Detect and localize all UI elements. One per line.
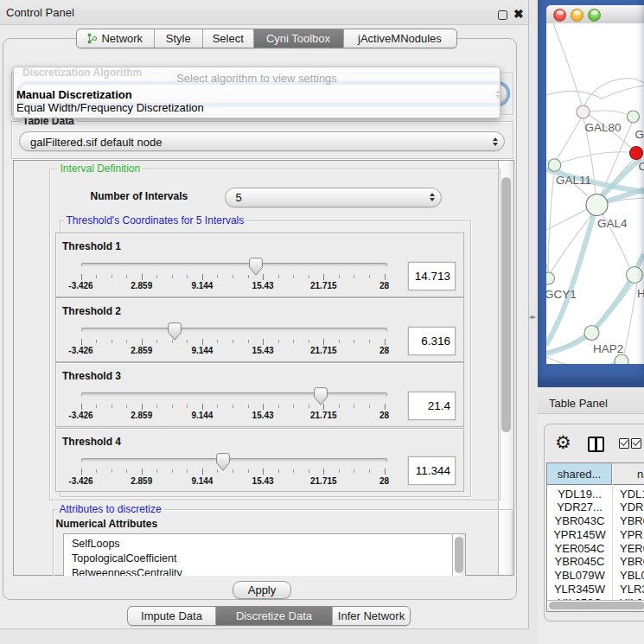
gear-icon[interactable]: ⚙ — [555, 432, 571, 453]
table-cell-name[interactable]: YLR3 — [620, 583, 644, 596]
table-data-combobox-value: galFiltered.sif default node — [30, 135, 162, 148]
table-cell-shared-name[interactable]: YPR145W — [547, 528, 612, 541]
table-header-row: shared... na — [547, 463, 644, 485]
table-cell-shared-name[interactable]: YBL079W — [547, 569, 612, 582]
slider-track[interactable] — [81, 458, 387, 462]
slider-thumb[interactable] — [249, 258, 263, 276]
slider-tick — [81, 404, 82, 410]
network-window-frame — [538, 0, 644, 387]
slider-track[interactable] — [81, 328, 387, 332]
table-cell-name[interactable]: YBR0 — [620, 514, 644, 527]
tab-network[interactable]: Network — [77, 29, 155, 48]
table-cell-name[interactable]: YDL1 — [620, 488, 644, 501]
slider-tick — [217, 275, 218, 278]
slider-tick-label: 2.859 — [123, 476, 161, 486]
algorithm-dropdown-popup: Select algorithm to view settingsManual … — [13, 67, 501, 118]
slider-tick — [323, 339, 324, 345]
number-of-intervals-combobox[interactable]: 5 — [225, 188, 442, 207]
control-panel-window: Control Panel ✖ NetworkStyleSelectCyni T… — [0, 0, 529, 629]
attribute-list-item[interactable]: TopologicalCoefficient — [72, 552, 176, 564]
control-panel-titlebar[interactable]: Control Panel ✖ — [0, 0, 528, 25]
slider-tick — [278, 275, 279, 278]
control-panel-title: Control Panel — [6, 6, 74, 19]
slider-thumb[interactable] — [216, 453, 230, 471]
threshold-row: Threshold 3-3.4262.8599.14415.4321.71528 — [55, 362, 464, 427]
checkbox-icon[interactable] — [619, 438, 629, 449]
list-scrollbar-thumb[interactable] — [455, 537, 463, 573]
table-cell-shared-name[interactable]: YDR27... — [547, 501, 612, 513]
table-cell-name[interactable]: YDR2 — [620, 501, 644, 513]
algorithm-popup-item[interactable]: Manual Discretization — [16, 88, 132, 101]
table-cell-shared-name[interactable]: YLR345W — [547, 583, 612, 596]
float-window-icon[interactable] — [498, 10, 507, 20]
table-data-combobox[interactable]: galFiltered.sif default node — [19, 131, 505, 151]
combobox-arrows-icon — [430, 193, 435, 201]
numerical-attributes-label: Numerical Attributes — [56, 518, 158, 530]
threshold-value-field[interactable] — [408, 327, 456, 355]
slider-track[interactable] — [81, 263, 387, 267]
splitter-grip-icon[interactable]: ◂▸ — [529, 313, 536, 321]
slider-thumb[interactable] — [314, 387, 328, 405]
attribute-list-item[interactable]: SelfLoops — [72, 538, 120, 550]
slider-tick — [156, 340, 157, 343]
tab-label: Impute Data — [141, 609, 202, 622]
attribute-list-item[interactable]: BetweennessCentrality — [72, 567, 182, 576]
slider-tick-label: 21.715 — [304, 476, 342, 486]
slider-tick — [81, 274, 82, 280]
table-cell-shared-name[interactable]: YDL19... — [547, 488, 612, 501]
table-header-name[interactable]: na — [613, 463, 644, 484]
tab-discretize-data[interactable]: Discretize Data — [216, 607, 333, 625]
threshold-label: Threshold 2 — [62, 305, 121, 317]
table-cell-name[interactable]: YER0 — [620, 542, 644, 555]
slider-tick-label: 28 — [366, 346, 404, 355]
slider-thumb[interactable] — [168, 322, 182, 341]
slider-tick — [233, 469, 233, 473]
slider-tick — [96, 340, 97, 343]
tab-jactivemnodules[interactable]: jActiveMNodules — [344, 29, 456, 48]
table-cell-shared-name[interactable]: YBR043C — [547, 514, 612, 527]
cyni-bottom-tabbar: Impute DataDiscretize DataInfer Network — [127, 606, 411, 626]
node-attribute-table[interactable]: shared... na YDL19...YDL1YDR27...YDR2YBR… — [546, 462, 644, 612]
tab-select[interactable]: Select — [203, 29, 254, 48]
slider-tick — [369, 340, 370, 343]
tab-label: Infer Network — [338, 609, 405, 622]
slider-tick — [96, 405, 97, 408]
control-panel-tabbar: NetworkStyleSelectCyni ToolboxjActiveMNo… — [76, 29, 457, 48]
algorithm-popup-item[interactable]: Equal Width/Frequency Discretization — [16, 101, 204, 114]
table-cell-name[interactable]: YBR0 — [620, 555, 644, 568]
slider-track[interactable] — [81, 392, 387, 397]
close-icon[interactable]: ✖ — [513, 7, 524, 21]
threshold-value-field[interactable] — [408, 262, 456, 290]
algorithm-popup-prompt[interactable]: Select algorithm to view settings — [14, 72, 500, 85]
table-cell-name[interactable]: YPR1 — [620, 528, 644, 541]
table-cell-shared-name[interactable]: YER054C — [547, 542, 612, 555]
threshold-row: Threshold 1-3.4262.8599.14415.4321.71528 — [55, 233, 464, 297]
threshold-value-field[interactable] — [408, 456, 456, 485]
slider-tick — [309, 275, 309, 278]
numerical-attributes-list[interactable]: SelfLoopsTopologicalCoefficientBetweenne… — [63, 533, 466, 576]
tab-style[interactable]: Style — [155, 29, 204, 48]
tab-label: Network — [101, 32, 143, 45]
table-cell-name[interactable]: YBL0 — [620, 569, 644, 582]
columns-icon[interactable] — [588, 437, 604, 452]
slider-tick — [263, 339, 264, 345]
apply-button[interactable]: Apply — [233, 581, 291, 599]
slider-tick-label: 2.859 — [123, 411, 161, 420]
vertical-scrollbar-thumb[interactable] — [501, 177, 511, 432]
checkbox-icon[interactable] — [631, 438, 641, 449]
apply-button-label: Apply — [248, 583, 277, 596]
slider-tick — [323, 274, 324, 280]
tab-cyni-toolbox[interactable]: Cyni Toolbox — [254, 29, 344, 48]
slider-tick-label: 9.144 — [183, 281, 221, 290]
slider-tick-label: 15.43 — [244, 476, 282, 486]
table-cell-shared-name[interactable]: YBR045C — [547, 555, 612, 568]
slider-tick — [156, 469, 157, 473]
slider-tick-label: 15.43 — [244, 281, 282, 290]
threshold-value-field[interactable] — [408, 392, 456, 420]
table-header-shared-name[interactable]: shared... — [547, 463, 612, 484]
tab-impute-data[interactable]: Impute Data — [128, 607, 216, 625]
horizontal-scrollbar-thumb[interactable] — [549, 602, 644, 609]
tab-infer-network[interactable]: Infer Network — [333, 607, 410, 625]
slider-tick — [248, 469, 249, 473]
slider-tick — [293, 405, 294, 408]
